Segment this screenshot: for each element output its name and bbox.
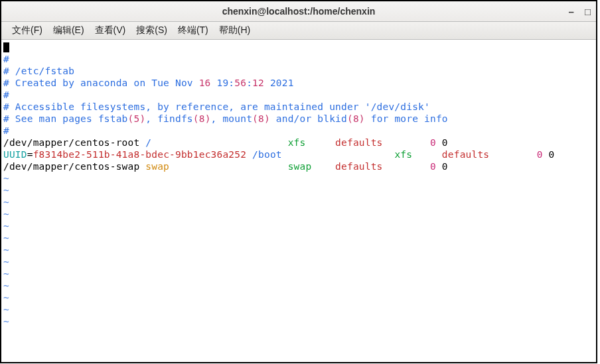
menu-view[interactable]: 查看(V) [91,23,130,38]
vim-tilde: ~ [3,245,9,255]
fstab-row-boot: UUID=f8314be2-511b-41a8-bdec-9bb1ec36a25… [3,149,555,160]
menu-help[interactable]: 帮助(H) [215,23,254,38]
vim-tilde: ~ [3,185,9,196]
vim-tilde: ~ [3,221,9,231]
comment-line: # [3,90,9,100]
vim-tilde: ~ [3,304,9,315]
menubar: 文件(F) 编辑(E) 查看(V) 搜索(S) 终端(T) 帮助(H) [1,22,596,40]
comment-line: # [3,125,9,136]
menu-file[interactable]: 文件(F) [8,23,46,38]
comment-line: # Accessible filesystems, by reference, … [3,101,430,112]
menu-edit[interactable]: 编辑(E) [49,23,88,38]
menu-search[interactable]: 搜索(S) [132,23,171,38]
vim-tilde: ~ [3,233,9,243]
vim-tilde: ~ [3,257,9,267]
vim-tilde: ~ [3,316,9,327]
window-controls: – □ [569,6,591,17]
vim-tilde: ~ [3,197,9,208]
maximize-button[interactable]: □ [585,6,591,17]
vim-tilde: ~ [3,269,9,279]
comment-line: # [3,54,9,64]
window-title: chenxin@localhost:/home/chenxin [1,6,596,17]
comment-line: # /etc/fstab [3,66,74,76]
text-cursor [3,42,9,52]
minimize-button[interactable]: – [569,6,574,17]
comment-line: # Created by anaconda on Tue Nov 16 19:5… [3,78,294,88]
menu-terminal[interactable]: 终端(T) [174,23,212,38]
fstab-row-root: /dev/mapper/centos-root / xfs defaults 0… [3,137,448,148]
fstab-row-swap: /dev/mapper/centos-swap swap swap defaul… [3,161,448,172]
vim-tilde: ~ [3,292,9,303]
vim-tilde: ~ [3,173,9,184]
vim-tilde: ~ [3,280,9,291]
terminal-editor[interactable]: # # /etc/fstab # Created by anaconda on … [1,40,596,362]
comment-line: # See man pages fstab(5), findfs(8), mou… [3,113,448,124]
vim-tilde: ~ [3,209,9,219]
titlebar: chenxin@localhost:/home/chenxin – □ [1,0,596,22]
